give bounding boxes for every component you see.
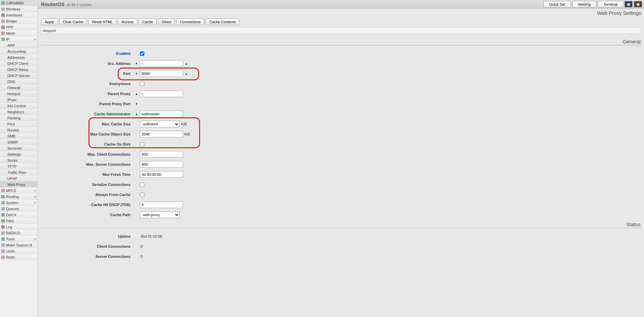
- chevron-up-icon[interactable]: ▲: [134, 111, 139, 117]
- src-address-input[interactable]: [140, 60, 183, 67]
- nav-icon: [1, 237, 5, 241]
- nav-item-pool[interactable]: Pool: [0, 121, 37, 127]
- nav-icon: [1, 201, 5, 204]
- nav-item-socks[interactable]: Socks: [0, 157, 37, 163]
- cache-contents-button[interactable]: Cache Contents: [206, 18, 240, 25]
- nav-item-undo[interactable]: Undo: [0, 248, 37, 254]
- quick-set-button[interactable]: Quick Set: [543, 1, 571, 7]
- nav-item-dhcp-client[interactable]: DHCP Client: [0, 61, 37, 67]
- nav-item-upnp[interactable]: UPnP: [0, 175, 37, 182]
- direct-button[interactable]: Direct: [158, 18, 175, 25]
- nav-item-firewall[interactable]: Firewall: [0, 85, 37, 91]
- nav-icon: [1, 231, 5, 235]
- nav-item-neighbors[interactable]: Neighbors: [0, 109, 37, 115]
- nav-label: IPsec: [7, 98, 17, 102]
- nav-item-radius[interactable]: RADIUS: [0, 230, 37, 236]
- max-server-conn-input[interactable]: [140, 161, 183, 168]
- nav-label: Bridge: [6, 19, 17, 23]
- reset-html-button[interactable]: Reset HTML: [88, 18, 117, 25]
- nav-item-dns[interactable]: DNS: [0, 79, 37, 85]
- cache-path-select[interactable]: web-proxy: [140, 211, 180, 218]
- cache-on-disk-checkbox[interactable]: [140, 142, 144, 147]
- nav-item-interfaces[interactable]: Interfaces: [0, 12, 37, 18]
- nav-item-smb[interactable]: SMB: [0, 133, 37, 139]
- nav-item-system[interactable]: System▸: [0, 200, 37, 206]
- max-cache-size-select[interactable]: unlimited: [140, 121, 180, 127]
- always-from-cache-checkbox[interactable]: [140, 193, 144, 197]
- nav-item-mpls[interactable]: MPLS▸: [0, 188, 37, 194]
- apply-button[interactable]: Apply: [41, 18, 58, 25]
- nav-item-arp[interactable]: ARP: [0, 42, 37, 48]
- clear-cache-button[interactable]: Clear Cache: [59, 18, 87, 25]
- nav-item-files[interactable]: Files: [0, 218, 37, 224]
- nav-label: DHCP Client: [7, 62, 28, 66]
- nav-item-traffic-flow[interactable]: Traffic Flow: [0, 169, 37, 175]
- nav-item-ip[interactable]: IP▸: [0, 36, 37, 42]
- chevron-down-icon[interactable]: ▼: [134, 101, 139, 107]
- max-client-conn-input[interactable]: [140, 151, 183, 158]
- nav-item-capsman[interactable]: CAPsMAN: [0, 0, 37, 6]
- nav-item-mesh[interactable]: Mesh: [0, 30, 37, 36]
- webfig-button[interactable]: WebFig: [572, 1, 597, 7]
- nav-item-make-supout-rif[interactable]: Make Supout.rif: [0, 242, 37, 248]
- nav-icon: [3, 98, 6, 102]
- cache-button[interactable]: Cache: [139, 18, 157, 25]
- nav-item-web-proxy[interactable]: Web Proxy: [0, 182, 37, 188]
- nav-item-accounting[interactable]: Accounting: [0, 48, 37, 54]
- logout-icon-button[interactable]: ▣: [634, 1, 642, 7]
- nav-item-wireless[interactable]: Wireless: [0, 6, 37, 12]
- terminal-button[interactable]: Terminal: [598, 1, 623, 7]
- nav-item-addresses[interactable]: Addresses: [0, 54, 37, 61]
- chevron-down-icon[interactable]: ▼: [134, 71, 139, 76]
- nav-item-dhcp-relay[interactable]: DHCP Relay: [0, 67, 37, 73]
- nav-icon: [1, 207, 5, 210]
- max-cache-obj-size-input[interactable]: [140, 131, 183, 137]
- nav-item-dhcp-server[interactable]: DHCP Server: [0, 73, 37, 79]
- nav-item-dot1x[interactable]: Dot1X: [0, 212, 37, 218]
- nav-item-packing[interactable]: Packing: [0, 115, 37, 121]
- enabled-label: Enabled: [40, 51, 134, 55]
- nav-item-bridge[interactable]: Bridge: [0, 18, 37, 24]
- cache-admin-input[interactable]: [140, 111, 183, 117]
- winbox-icon-button[interactable]: ▣: [624, 1, 633, 7]
- enabled-checkbox[interactable]: [140, 51, 144, 56]
- nav-item-ppp[interactable]: PPP: [0, 24, 37, 30]
- nav-item-tools[interactable]: Tools▸: [0, 236, 37, 242]
- src-address-label: Src. Address: [40, 62, 134, 66]
- port-input[interactable]: [140, 70, 183, 77]
- nav-item-hotspot[interactable]: Hotspot: [0, 91, 37, 97]
- max-fresh-time-input[interactable]: [140, 171, 183, 178]
- nav-icon: [1, 219, 5, 223]
- nav-item-settings[interactable]: Settings: [0, 151, 37, 157]
- nav-icon: [1, 32, 5, 35]
- nav-item-tftp[interactable]: TFTP: [0, 163, 37, 169]
- nav-item-snmp[interactable]: SNMP: [0, 139, 37, 145]
- nav-item-redo[interactable]: Redo: [0, 254, 37, 260]
- nav-item-services[interactable]: Services: [0, 145, 37, 151]
- nav-item-routing[interactable]: Routing▸: [0, 194, 37, 200]
- chevron-right-icon: ▸: [35, 237, 36, 240]
- anonymous-label: Anonymous: [40, 82, 134, 86]
- chevron-down-icon[interactable]: ▼: [134, 61, 139, 66]
- nav-item-routes[interactable]: Routes: [0, 127, 37, 133]
- nav-icon: [3, 171, 6, 174]
- nav-item-ipsec[interactable]: IPsec: [0, 97, 37, 103]
- serialize-conn-checkbox[interactable]: [140, 183, 144, 187]
- nav-item-kid-control[interactable]: Kid Control: [0, 103, 37, 109]
- nav-item-queues[interactable]: Queues: [0, 206, 37, 212]
- chevron-right-icon: ▸: [35, 38, 36, 41]
- nav-item-log[interactable]: Log: [0, 224, 37, 230]
- cache-hit-dscp-input[interactable]: [140, 201, 183, 208]
- unit-kib: KiB: [181, 122, 187, 126]
- access-button[interactable]: Access: [118, 18, 137, 25]
- nav-icon: [3, 56, 6, 59]
- parent-proxy-input[interactable]: [140, 90, 183, 97]
- chevron-up-icon[interactable]: ▲: [184, 71, 189, 76]
- connections-button[interactable]: Connections: [176, 18, 204, 25]
- nav-label: Routes: [7, 128, 19, 132]
- nav-icon: [3, 50, 6, 53]
- anonymous-checkbox[interactable]: [140, 82, 144, 86]
- chevron-up-icon[interactable]: ▲: [134, 91, 139, 96]
- chevron-up-icon[interactable]: ▲: [184, 61, 189, 66]
- nav-icon: [1, 249, 5, 253]
